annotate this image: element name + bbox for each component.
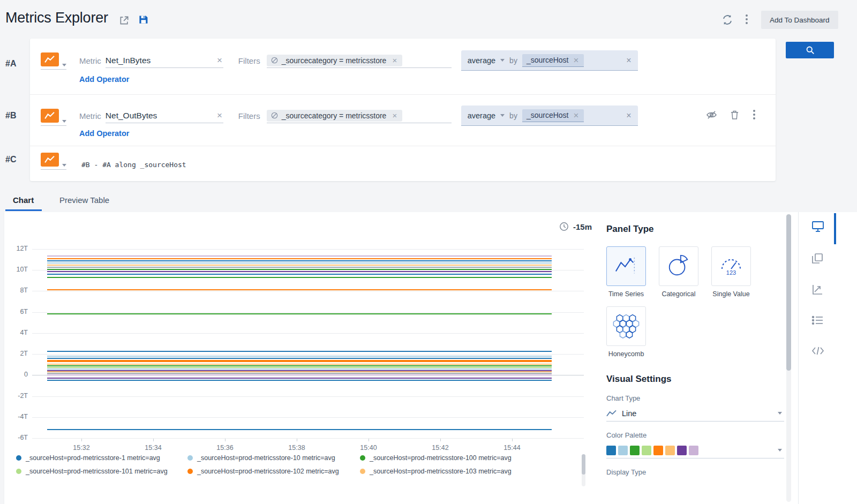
display-settings-icon[interactable] [811, 221, 824, 232]
filters-label: Filters [238, 111, 260, 121]
series-line [47, 313, 552, 314]
legend-label: _sourceHost=prod-metricsstore-103 metric… [370, 468, 512, 475]
series-line [47, 258, 552, 259]
panel-type-honeycomb[interactable]: Honeycomb [606, 306, 646, 358]
metric-type-selector[interactable] [41, 109, 66, 126]
save-icon[interactable] [138, 14, 148, 25]
remove-operator-icon[interactable]: × [626, 111, 631, 121]
share-icon[interactable] [119, 15, 130, 26]
legend-item[interactable]: _sourceHost=prod-metricsstore-101 metric… [16, 468, 187, 475]
operator-group[interactable]: average by _sourceHost × × [461, 50, 638, 71]
group-by-chip[interactable]: _sourceHost × [522, 109, 584, 122]
metrics-chart-icon [41, 109, 59, 123]
axes-settings-icon[interactable] [811, 284, 823, 296]
search-button[interactable] [786, 42, 834, 58]
add-to-dashboard-button[interactable]: Add To Dashboard [761, 11, 838, 29]
remove-filter-icon[interactable]: × [391, 111, 398, 119]
palette-swatch [630, 446, 640, 455]
operator-name[interactable]: average [468, 56, 495, 65]
legend-scrollbar[interactable] [582, 454, 585, 486]
clear-metric-icon[interactable]: × [216, 111, 223, 120]
metric-type-selector[interactable] [41, 153, 66, 170]
legend-item[interactable]: _sourceHost=prod-metricsstore-100 metric… [360, 454, 542, 462]
x-tick [153, 439, 154, 441]
plot-area[interactable]: 12T10T8T6T4T2T0-2T-4T-6T 15:3215:3415:36… [32, 249, 584, 439]
panel-type-label: Categorical [659, 290, 698, 298]
panel-type-categorical[interactable]: Categorical [659, 246, 698, 298]
filter-chip-text: _sourcecategory = metricsstore [282, 111, 387, 120]
metrics-chart-icon [41, 52, 59, 66]
legend-label: _sourceHost=prod-metricsstore-101 metric… [26, 468, 168, 475]
legend-item[interactable]: _sourceHost=prod-metricsstore-10 metric=… [187, 454, 360, 462]
series-line [47, 255, 552, 257]
y-tick-label: 8T [5, 287, 28, 294]
pie-chart-icon [667, 254, 690, 278]
palette-swatch [665, 446, 675, 455]
y-tick-label: 2T [5, 350, 28, 357]
metric-type-selector[interactable] [41, 52, 66, 70]
x-tick [297, 439, 297, 441]
operator-group[interactable]: average by _sourceHost × × [461, 106, 638, 126]
legend-item[interactable]: _sourceHost=prod-metricsstore-103 metric… [360, 468, 542, 475]
remove-filter-icon[interactable]: × [391, 56, 398, 64]
svg-text:123: 123 [726, 269, 736, 276]
series-line [47, 274, 552, 275]
add-operator-link[interactable]: Add Operator [79, 75, 129, 84]
panel-type-title: Panel Type [606, 224, 784, 235]
chevron-down-icon [778, 449, 782, 452]
metric-input[interactable]: Net_InBytes × [106, 53, 223, 68]
group-by-chip[interactable]: _sourceHost × [522, 54, 584, 67]
metric-value: Net_InBytes [106, 56, 151, 65]
filters-input[interactable]: _sourcecategory = metricsstore × [267, 108, 452, 123]
add-operator-link[interactable]: Add Operator [79, 129, 129, 138]
series-line [47, 370, 552, 371]
query-row-label-a: #A [5, 59, 16, 69]
series-line [47, 358, 552, 359]
operator-name[interactable]: average [468, 111, 495, 120]
x-tick [225, 439, 225, 441]
remove-operator-icon[interactable]: × [626, 56, 631, 65]
legend-item[interactable]: _sourceHost=prod-metricsstore-1 metric=a… [16, 454, 187, 462]
clear-metric-icon[interactable]: × [216, 56, 223, 65]
chart-type-select[interactable]: Line [606, 405, 784, 422]
series-line [47, 267, 552, 268]
palette-swatches [606, 446, 698, 455]
settings-scrollbar[interactable] [786, 214, 791, 502]
palette-swatch [677, 446, 687, 455]
code-view-icon[interactable] [811, 346, 824, 356]
duplicate-panel-icon[interactable] [811, 253, 823, 265]
metric-value: Net_OutBytes [106, 111, 157, 121]
filter-chip[interactable]: _sourcecategory = metricsstore × [267, 110, 402, 122]
filters-input[interactable]: _sourcecategory = metricsstore × [267, 53, 452, 68]
tab-chart[interactable]: Chart [13, 195, 34, 205]
x-tick-label: 15:36 [212, 444, 238, 452]
gridline [32, 291, 584, 291]
chevron-down-icon [62, 64, 66, 66]
legend-settings-icon[interactable] [811, 315, 823, 326]
hide-query-icon[interactable] [706, 110, 717, 119]
tab-preview-table[interactable]: Preview Table [59, 195, 109, 205]
color-palette-select[interactable] [606, 442, 784, 458]
metric-input[interactable]: Net_OutBytes × [106, 108, 223, 123]
query-options-icon[interactable] [752, 109, 756, 121]
series-line [47, 374, 552, 375]
series-line [47, 367, 552, 368]
palette-swatch [606, 446, 616, 455]
exclude-icon [271, 112, 278, 119]
remove-group-by-icon[interactable]: × [572, 56, 580, 65]
panel-type-single-value[interactable]: 123 Single Value [711, 246, 751, 298]
delete-query-icon[interactable] [730, 110, 739, 120]
by-label: by [509, 56, 517, 65]
x-tick [440, 439, 441, 441]
legend-item[interactable]: _sourceHost=prod-metricsstore-102 metric… [187, 468, 360, 475]
filter-chip[interactable]: _sourcecategory = metricsstore × [267, 55, 402, 66]
query-panel: Metric Net_InBytes × Filters _sourcecate… [30, 39, 776, 181]
panel-type-time-series[interactable]: Time Series [606, 246, 646, 298]
remove-group-by-icon[interactable]: × [572, 111, 580, 120]
time-range-control[interactable]: -15m [559, 222, 592, 231]
expression-input[interactable]: #B - #A along _sourceHost [81, 161, 186, 169]
more-options-icon[interactable] [745, 13, 749, 25]
settings-scrollbar-thumb[interactable] [786, 214, 791, 371]
refresh-icon[interactable] [721, 14, 733, 26]
legend-scrollbar-thumb[interactable] [582, 454, 585, 475]
